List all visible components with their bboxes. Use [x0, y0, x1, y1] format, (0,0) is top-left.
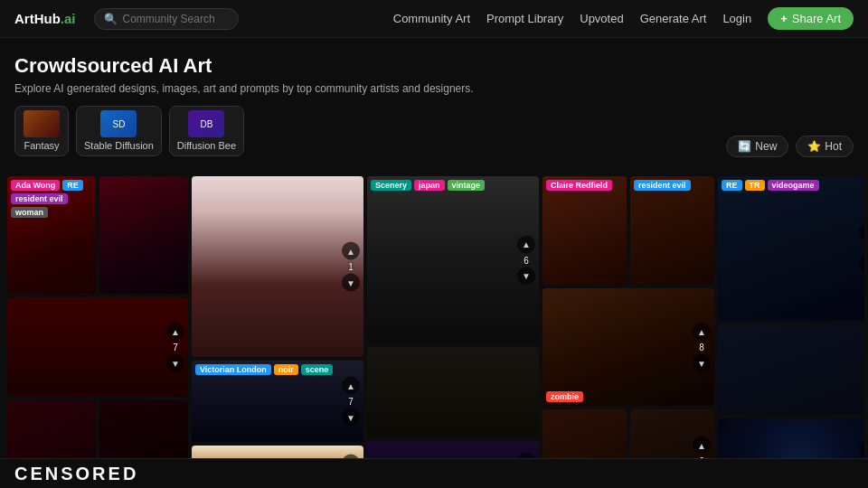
- gallery-image-lara-mid[interactable]: [718, 324, 864, 415]
- tag-lara-1[interactable]: RE: [722, 180, 742, 191]
- vote-count-2b: 7: [348, 397, 354, 407]
- gallery-column-2: ▲ 1 ▼ Victorian London noir scene ▲ 7 ▼: [192, 176, 363, 488]
- gallery-column-4: Claire Redfield resident evil zombie ▲ 8: [542, 176, 714, 488]
- vote-controls-2: ▲ 1 ▼: [342, 242, 360, 292]
- model-tag-fantasy[interactable]: Fantasy: [14, 106, 69, 156]
- tag-japan[interactable]: japan: [414, 180, 445, 191]
- tag-zombie[interactable]: zombie: [546, 391, 583, 402]
- page-subtitle: Explore AI generated designs, images, ar…: [14, 82, 854, 95]
- vote-count-3a: 6: [524, 255, 529, 265]
- tag-row-victorian: Victorian London noir scene: [195, 364, 333, 375]
- search-icon: 🔍: [104, 13, 118, 25]
- upvote-button-4b[interactable]: ▲: [693, 436, 711, 455]
- search-bar: 🔍: [94, 8, 239, 30]
- gallery-image-claire-1[interactable]: Claire Redfield: [542, 176, 627, 285]
- new-icon: 🔄: [738, 140, 751, 153]
- tag-re2[interactable]: resident evil: [634, 180, 691, 191]
- sort-hot-button[interactable]: ⭐ Hot: [796, 136, 854, 157]
- tag-re[interactable]: RE: [62, 180, 83, 191]
- downvote-button-5a[interactable]: ▼: [859, 256, 864, 274]
- tag-lara-2[interactable]: TR: [745, 180, 765, 191]
- gallery-image-ada-2[interactable]: [99, 176, 188, 294]
- model-tag-stable-diffusion[interactable]: SD Stable Diffusion: [76, 106, 162, 156]
- tag-row-scenery: Scenery japan vintage: [371, 180, 485, 191]
- censored-label: CENSORED: [14, 464, 138, 484]
- header: ArtHub.ai 🔍 Community Art Prompt Library…: [0, 0, 868, 38]
- hero-section: Crowdsourced AI Art Explore AI generated…: [0, 38, 868, 176]
- sort-new-button[interactable]: 🔄 New: [726, 136, 788, 157]
- vote-count-1: 7: [173, 343, 178, 352]
- upvote-button-5a[interactable]: ▲: [859, 224, 864, 242]
- downvote-button-2b[interactable]: ▼: [342, 408, 360, 427]
- gallery-image-lara-top[interactable]: RE TR videogame ▲ 6 ▼: [718, 176, 864, 321]
- vote-controls-4a: ▲ 8 ▼: [693, 323, 711, 372]
- vote-count-2: 1: [348, 262, 354, 272]
- gallery-image-claire-3[interactable]: zombie ▲ 8 ▼: [542, 288, 714, 406]
- gallery-image-victorian[interactable]: Victorian London noir scene ▲ 7 ▼: [192, 361, 363, 442]
- tag-scene[interactable]: scene: [301, 364, 334, 375]
- tag-woman[interactable]: woman: [11, 207, 48, 218]
- gallery-grid: Ada Wong RE resident evil woman ▲ 7 ▼: [4, 176, 864, 488]
- login-button[interactable]: Login: [722, 12, 751, 25]
- upvote-button-5b[interactable]: ▲: [859, 441, 864, 459]
- nav: Community Art Prompt Library Upvoted Gen…: [393, 7, 854, 30]
- vote-controls-3a: ▲ 6 ▼: [517, 235, 535, 285]
- tag-noir[interactable]: noir: [274, 364, 298, 375]
- gallery-section: Ada Wong RE resident evil woman ▲ 7 ▼: [0, 176, 868, 488]
- tag-videogame[interactable]: videogame: [768, 180, 819, 191]
- tag-resident-evil[interactable]: resident evil: [11, 193, 68, 204]
- gallery-column-5: RE TR videogame ▲ 6 ▼ ▲ 3 ▼: [718, 176, 864, 488]
- model-tag-diffusion-bee[interactable]: DB Diffusion Bee: [169, 106, 244, 156]
- gallery-column-1: Ada Wong RE resident evil woman ▲ 7 ▼: [7, 176, 188, 488]
- tag-victorian[interactable]: Victorian London: [195, 364, 271, 375]
- page-title: Crowdsourced AI Art: [14, 54, 854, 78]
- logo[interactable]: ArtHub.ai: [14, 11, 76, 26]
- nav-generate-art[interactable]: Generate Art: [640, 12, 707, 25]
- vote-controls-2b: ▲ 7 ▼: [342, 377, 360, 427]
- gallery-image-ada-3[interactable]: ▲ 7 ▼: [7, 297, 188, 397]
- upvote-button-1[interactable]: ▲: [166, 323, 184, 341]
- tag-row: Ada Wong RE resident evil woman: [11, 180, 96, 218]
- gallery-image-plus[interactable]: ▲ 1 ▼: [192, 176, 363, 357]
- gallery-image-ada-1[interactable]: Ada Wong RE resident evil woman: [7, 176, 96, 294]
- tag-claire[interactable]: Claire Redfield: [546, 180, 612, 191]
- upvote-button-2b[interactable]: ▲: [342, 377, 360, 395]
- downvote-button-3a[interactable]: ▼: [517, 267, 535, 285]
- tag-ada-wong[interactable]: Ada Wong: [11, 180, 60, 191]
- vote-controls-1: ▲ 7 ▼: [166, 323, 184, 372]
- vote-count-4a: 8: [699, 343, 704, 352]
- tag-scenery[interactable]: Scenery: [371, 180, 411, 191]
- downvote-button-2[interactable]: ▼: [342, 274, 360, 292]
- gallery-image-claire-2[interactable]: resident evil: [630, 176, 714, 285]
- search-input[interactable]: [123, 13, 231, 25]
- gallery-image-alley-top[interactable]: Scenery japan vintage ▲ 6 ▼: [367, 176, 539, 343]
- nav-prompt-library[interactable]: Prompt Library: [486, 12, 563, 25]
- downvote-button-4a[interactable]: ▼: [693, 354, 711, 372]
- tag-row-claire: Claire Redfield: [546, 180, 612, 191]
- downvote-button-1[interactable]: ▼: [166, 354, 184, 372]
- nav-community-art[interactable]: Community Art: [393, 12, 470, 25]
- tag-vintage[interactable]: vintage: [448, 180, 486, 191]
- gallery-image-alley-bot[interactable]: [367, 347, 539, 437]
- hot-icon: ⭐: [807, 140, 821, 153]
- upvote-button-4a[interactable]: ▲: [693, 323, 711, 341]
- nav-upvoted[interactable]: Upvoted: [580, 12, 623, 25]
- upvote-button-3a[interactable]: ▲: [517, 235, 535, 253]
- gallery-column-3: Scenery japan vintage ▲ 6 ▼ ▲ 36 ▼: [367, 176, 539, 488]
- vote-controls-5a: ▲ 6 ▼: [859, 224, 864, 274]
- share-art-button[interactable]: Share Art: [768, 7, 854, 30]
- sort-controls: 🔄 New ⭐ Hot: [726, 136, 854, 157]
- upvote-button-2[interactable]: ▲: [342, 242, 360, 260]
- tag-row-lara: RE TR videogame: [722, 180, 819, 191]
- status-bar: CENSORED: [0, 458, 868, 488]
